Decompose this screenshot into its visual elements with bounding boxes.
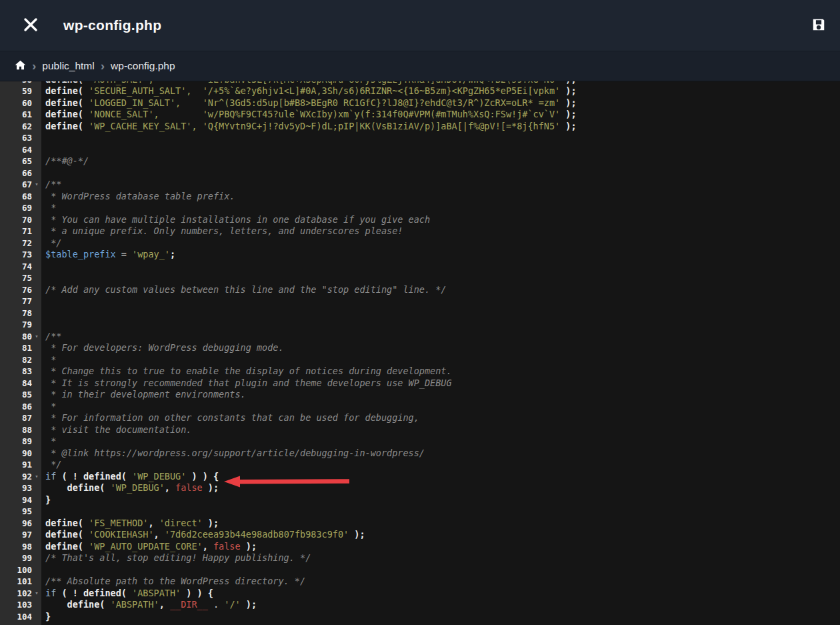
code-line[interactable]: 72 */ — [0, 237, 840, 249]
code-line[interactable]: 97define( 'COOKIEHASH', '7d6d2ceea93b44e… — [0, 529, 840, 541]
code-text[interactable]: * It is strongly recommended that plugin… — [41, 378, 840, 390]
breadcrumb-item-wp-config[interactable]: wp-config.php — [111, 60, 175, 72]
code-text[interactable]: define( 'ABSPATH', __DIR__ . '/' ); — [41, 599, 840, 611]
code-text[interactable]: /* Add any custom values between this li… — [41, 284, 840, 296]
code-line[interactable]: 70 * You can have multiple installations… — [0, 214, 840, 226]
code-line[interactable]: 85 * in their development environments. — [0, 389, 840, 401]
code-line[interactable]: 74 — [0, 261, 840, 273]
code-line[interactable]: 80▾/** — [0, 331, 840, 343]
code-line[interactable]: 95 — [0, 506, 840, 518]
code-line[interactable]: 103 define( 'ABSPATH', __DIR__ . '/' ); — [0, 599, 840, 611]
code-line[interactable]: 94} — [0, 494, 840, 506]
code-line[interactable]: 60define( 'LOGGED_IN_SALT', 'Nr^(3Gd5:d5… — [0, 97, 840, 109]
code-text[interactable]: define( 'WP_AUTO_UPDATE_CORE', false ); — [41, 541, 840, 553]
code-line[interactable]: 63 — [0, 132, 840, 144]
fold-toggle-icon[interactable]: ▾ — [32, 588, 41, 600]
code-line[interactable]: 86 * — [0, 401, 840, 413]
code-line[interactable]: 62define( 'WP_CACHE_KEY_SALT', 'Q{MYvtn9… — [0, 121, 840, 133]
code-text[interactable] — [41, 261, 840, 273]
code-line[interactable]: 59define( 'SECURE_AUTH_SALT', '/+5%`&e?y… — [0, 85, 840, 97]
code-text[interactable]: * — [41, 202, 840, 214]
code-text[interactable]: } — [41, 611, 840, 623]
code-text[interactable] — [41, 622, 840, 625]
code-text[interactable]: define( 'FS_METHOD', 'direct' ); — [41, 518, 840, 530]
code-line[interactable]: 61define( 'NONCE_SALT', 'w/PBQ%F9CT45?ul… — [0, 109, 840, 121]
code-text[interactable]: define( 'COOKIEHASH', '7d6d2ceea93b44e98… — [41, 529, 840, 541]
code-line[interactable]: 100 — [0, 564, 840, 576]
breadcrumb-home-link[interactable] — [15, 59, 26, 73]
fold-toggle-icon[interactable]: ▾ — [32, 179, 41, 191]
code-text[interactable] — [41, 144, 840, 156]
code-line[interactable]: 68 * WordPress database table prefix. — [0, 191, 840, 203]
code-text[interactable]: } — [41, 494, 840, 506]
code-text[interactable]: * visit the documentation. — [41, 424, 840, 436]
code-text[interactable] — [41, 132, 840, 144]
code-editor[interactable]: 58define( 'AUTH_SALT', 'iE?banVt3L[7k{Mc… — [0, 81, 840, 625]
code-line[interactable]: 89 * — [0, 436, 840, 448]
code-text[interactable]: $table_prefix = 'wpay_'; — [41, 249, 840, 261]
code-text[interactable]: define( 'NONCE_SALT', 'w/PBQ%F9CT45?ule`… — [41, 109, 840, 121]
code-text[interactable]: /* That's all, stop editing! Happy publi… — [41, 552, 840, 564]
code-text[interactable]: define( 'LOGGED_IN_SALT', 'Nr^(3Gd5:d5up… — [41, 97, 840, 109]
code-text[interactable]: if ( ! defined( 'ABSPATH' ) ) { — [41, 588, 840, 600]
code-text[interactable]: * For information on other constants tha… — [41, 412, 840, 424]
code-text[interactable]: * WordPress database table prefix. — [41, 191, 840, 203]
code-text[interactable]: * You can have multiple installations in… — [41, 214, 840, 226]
fold-toggle-icon[interactable]: ▾ — [32, 331, 41, 343]
code-text[interactable] — [41, 506, 840, 518]
code-text[interactable] — [41, 167, 840, 179]
code-text[interactable]: /** — [41, 331, 840, 343]
code-text[interactable]: */ — [41, 459, 840, 471]
fold-toggle-icon[interactable]: ▾ — [32, 471, 41, 483]
code-line[interactable]: 79 — [0, 319, 840, 331]
code-text[interactable] — [41, 319, 840, 331]
code-line[interactable]: 88 * visit the documentation. — [0, 424, 840, 436]
code-line[interactable]: 90 * @link https://wordpress.org/support… — [0, 448, 840, 460]
code-text[interactable]: * — [41, 401, 840, 413]
code-line[interactable]: 75 — [0, 272, 840, 284]
code-text[interactable]: if ( ! defined( 'WP_DEBUG' ) ) { — [41, 471, 840, 483]
code-text[interactable]: define( 'WP_CACHE_KEY_SALT', 'Q{MYvtn9C+… — [41, 121, 840, 133]
code-text[interactable] — [41, 564, 840, 576]
code-line[interactable]: 87 * For information on other constants … — [0, 412, 840, 424]
code-line[interactable]: 67▾/** — [0, 179, 840, 191]
code-line[interactable]: 66 — [0, 167, 840, 179]
code-line[interactable]: 77 — [0, 295, 840, 307]
code-line[interactable]: 101/** Absolute path to the WordPress di… — [0, 576, 840, 588]
code-line[interactable]: 73$table_prefix = 'wpay_'; — [0, 249, 840, 261]
code-text[interactable]: * in their development environments. — [41, 389, 840, 401]
code-text[interactable]: /** — [41, 179, 840, 191]
code-text[interactable]: */ — [41, 237, 840, 249]
code-line[interactable]: 98define( 'WP_AUTO_UPDATE_CORE', false )… — [0, 541, 840, 553]
code-line[interactable]: 83 * Change this to true to enable the d… — [0, 366, 840, 378]
code-line[interactable]: 64 — [0, 144, 840, 156]
code-line[interactable]: 71 * a unique prefix. Only numbers, lett… — [0, 225, 840, 237]
code-text[interactable] — [41, 307, 840, 320]
code-text[interactable] — [41, 295, 840, 307]
code-line[interactable]: 105 — [0, 622, 840, 625]
code-text[interactable]: define( 'SECURE_AUTH_SALT', '/+5%`&e?y6h… — [41, 85, 840, 97]
code-text[interactable]: /**#@-*/ — [41, 155, 840, 167]
code-line[interactable]: 104} — [0, 611, 840, 623]
code-text[interactable]: * For developers: WordPress debugging mo… — [41, 342, 840, 354]
code-text[interactable]: * — [41, 436, 840, 448]
close-button[interactable] — [16, 11, 45, 40]
code-line[interactable]: 99/* That's all, stop editing! Happy pub… — [0, 552, 840, 564]
code-text[interactable]: * Change this to true to enable the disp… — [41, 366, 840, 378]
code-text[interactable]: * a unique prefix. Only numbers, letters… — [41, 225, 840, 237]
code-line[interactable]: 102▾if ( ! defined( 'ABSPATH' ) ) { — [0, 588, 840, 600]
code-text[interactable]: * — [41, 354, 840, 366]
code-line[interactable]: 81 * For developers: WordPress debugging… — [0, 342, 840, 354]
code-line[interactable]: 78 — [0, 307, 840, 320]
breadcrumb-item-public-html[interactable]: public_html — [42, 60, 94, 72]
code-text[interactable]: define( 'WP_DEBUG', false ); — [41, 482, 840, 494]
code-line[interactable]: 93 define( 'WP_DEBUG', false ); — [0, 482, 840, 494]
code-line[interactable]: 91 */ — [0, 459, 840, 471]
code-line[interactable]: 96define( 'FS_METHOD', 'direct' ); — [0, 518, 840, 530]
code-line[interactable]: 82 * — [0, 354, 840, 366]
code-line[interactable]: 92▾if ( ! defined( 'WP_DEBUG' ) ) { — [0, 471, 840, 483]
code-line[interactable]: 76/* Add any custom values between this … — [0, 284, 840, 296]
code-line[interactable]: 69 * — [0, 202, 840, 214]
code-text[interactable] — [41, 272, 840, 284]
code-text[interactable]: /** Absolute path to the WordPress direc… — [41, 576, 840, 588]
